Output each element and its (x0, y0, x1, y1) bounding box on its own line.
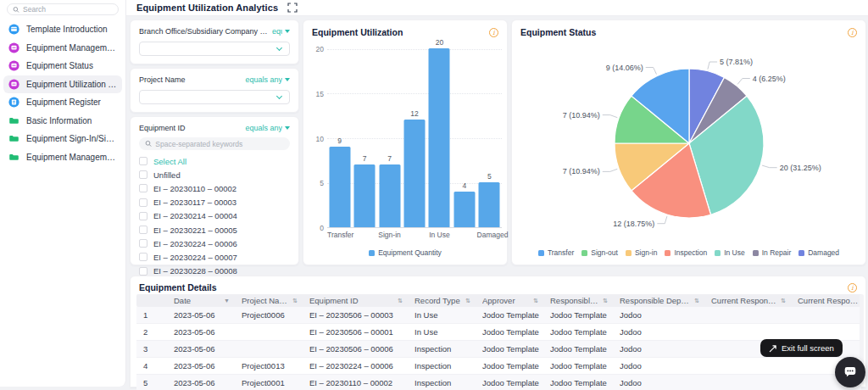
checkbox[interactable] (139, 184, 147, 192)
sidebar-item-equipment-utilization-analytics-3[interactable]: Equipment Utilization Analytics (3, 75, 122, 94)
exit-fullscreen-button[interactable]: Exit full screen (760, 339, 843, 357)
table-cell: Jodoo Template (476, 358, 543, 374)
checkbox-option-unfilled[interactable]: Unfilled (139, 168, 290, 181)
info-icon[interactable]: i (489, 28, 498, 37)
sort-icon[interactable]: ▼ (224, 298, 230, 304)
form-icon (8, 60, 19, 71)
sort-icon[interactable]: ⇅ (292, 298, 298, 304)
table-cell: In Use (408, 307, 476, 323)
sort-icon[interactable]: ⇅ (465, 298, 470, 304)
filter-project-operator[interactable]: equals any (245, 75, 290, 84)
checkbox-option-ei-20230214-00004[interactable]: EI – 20230214 – 00004 (139, 209, 290, 223)
checkbox[interactable] (139, 212, 147, 220)
checkbox-option-ei-20230221-00005[interactable]: EI – 20230221 – 00005 (139, 223, 290, 237)
sidebar-item-template-introduction-0[interactable]: Template Introduction (3, 20, 122, 39)
table-cell: EI – 20230110 – 00002 (303, 375, 408, 390)
checkbox[interactable] (139, 226, 147, 234)
checkbox[interactable] (139, 170, 147, 179)
legend-swatch (626, 250, 632, 256)
checkbox-option-ei-20230224-00006[interactable]: EI – 20230224 – 00006 (139, 237, 290, 250)
legend-item-transfer: Transfer (538, 248, 574, 257)
table-cell: Jodoo Template (476, 307, 543, 323)
table-cell: Jodoo Template (543, 307, 613, 323)
window-icon (8, 24, 19, 35)
table-header-date[interactable]: Date▼ (167, 294, 235, 307)
checkbox[interactable] (139, 267, 147, 276)
checkbox-option-ei-20230224-00007[interactable]: EI – 20230224 – 00007 (139, 250, 290, 264)
pie-label-leader (646, 68, 657, 75)
search-input[interactable] (23, 5, 113, 14)
table-header-record-type[interactable]: Record Type⇅ (408, 294, 476, 307)
sidebar-item-label: Equipment Register (26, 98, 101, 107)
folder-icon (8, 115, 19, 126)
equipment-id-search-input[interactable] (155, 140, 284, 148)
filter-project-select[interactable] (139, 90, 290, 104)
table-cell: 2023-05-06 (167, 375, 235, 390)
sort-icon[interactable]: ⇅ (781, 298, 786, 304)
sidebar-item-basic-information-5[interactable]: Basic Information (3, 112, 122, 131)
bar-in-use (429, 48, 450, 227)
table-header-current-responsible-person[interactable]: Current Responsible Person⇅ (704, 294, 791, 307)
equipment-id-options: Select AllUnfilledEI – 20230110 – 00002E… (131, 154, 298, 278)
folder-icon (8, 133, 19, 144)
bar-slot-in-repair: 4 (452, 49, 476, 227)
table-cell: EI – 20230506 – 00006 (303, 341, 408, 357)
sidebar-item-equipment-sign-in-sign-out-6[interactable]: Equipment Sign-In/Sign-Out (3, 130, 122, 148)
table-header-responsible-person[interactable]: Responsible Person⇅ (543, 294, 613, 307)
checkbox[interactable] (139, 198, 147, 207)
fullscreen-toggle-button[interactable] (287, 3, 298, 13)
legend-swatch (753, 250, 759, 256)
dropdown-triangle-icon (285, 78, 290, 81)
chevron-down-icon (276, 93, 282, 99)
table-cell: Jodoo Template (543, 341, 613, 357)
pie-data-label-in-use: 20 (31.25%) (780, 164, 821, 172)
sidebar-item-equipment-management-1[interactable]: Equipment Management (3, 39, 122, 58)
table-cell: 2023-05-06 (167, 358, 235, 374)
table-header-responsible-department[interactable]: Responsible Department⇅ (613, 294, 704, 307)
chat-fab-button[interactable] (835, 357, 865, 387)
filter-branch-card: Branch Office/Subsidiary Company Name eq… (130, 20, 299, 64)
equipment-details-card: Equipment Details i Date▼Project Name⇅Eq… (130, 276, 866, 387)
bar-chart-plot: 05101520977122045 (327, 49, 502, 228)
checkbox[interactable] (139, 157, 147, 165)
table-header-project-name[interactable]: Project Name⇅ (235, 294, 303, 307)
info-icon[interactable]: i (848, 283, 857, 292)
bar-sign-out (354, 164, 376, 227)
table-header-equipment-id[interactable]: Equipment ID⇅ (303, 294, 408, 307)
sidebar-item-equipment-management-7[interactable]: Equipment Management (3, 148, 122, 167)
sort-icon[interactable]: ⇅ (603, 298, 608, 304)
app-window: Template IntroductionEquipment Managemen… (0, 0, 868, 390)
sidebar-item-label: Equipment Status (26, 61, 93, 70)
legend-swatch (665, 250, 670, 256)
sort-icon[interactable]: ⇅ (398, 298, 403, 304)
bar-chart-card: Equipment Utilization i 0510152097712204… (303, 20, 508, 265)
table-row-1: 12023-05-06Project0006EI – 20230506 – 00… (136, 307, 861, 324)
sidebar-item-equipment-register-4[interactable]: Equipment Register (3, 93, 122, 112)
table-cell (704, 375, 791, 390)
checkbox[interactable] (139, 239, 147, 248)
table-cell: Jodoo Template (543, 375, 613, 390)
legend-swatch (581, 250, 587, 256)
filter-equipment-operator[interactable]: equals any (245, 124, 290, 132)
sort-icon[interactable]: ⇅ (694, 298, 699, 304)
sidebar-search[interactable] (7, 3, 119, 15)
filter-branch-operator[interactable]: equals... (272, 27, 290, 36)
pie-data-label-sign-out: 7 (10.94%) (563, 111, 600, 120)
filter-branch-select[interactable] (139, 42, 290, 56)
bar-slot-sign-in: 7 (377, 49, 402, 227)
checkbox-option-ei-20230117-00003[interactable]: EI – 20230117 – 00003 (139, 196, 290, 209)
sidebar-item-equipment-status-2[interactable]: Equipment Status (3, 57, 122, 75)
sort-icon[interactable]: ⇅ (533, 298, 538, 304)
table-header-approver[interactable]: Approver⇅ (476, 294, 543, 307)
sidebar: Template IntroductionEquipment Managemen… (0, 0, 126, 387)
checkbox-option-ei-20230110-00002[interactable]: EI – 20230110 – 00002 (139, 181, 290, 195)
table-cell: Project0013 (235, 358, 303, 374)
page-title: Equipment Utilization Analytics (136, 3, 278, 13)
pie-label-leader (737, 79, 750, 85)
table-cell: EI – 20230506 – 00001 (303, 324, 408, 340)
equipment-id-search[interactable] (139, 137, 290, 150)
checkbox[interactable] (139, 253, 147, 261)
pie-label-leader (762, 165, 777, 168)
chat-bubble-icon (843, 365, 858, 380)
checkbox-option-select-all[interactable]: Select All (139, 154, 290, 168)
